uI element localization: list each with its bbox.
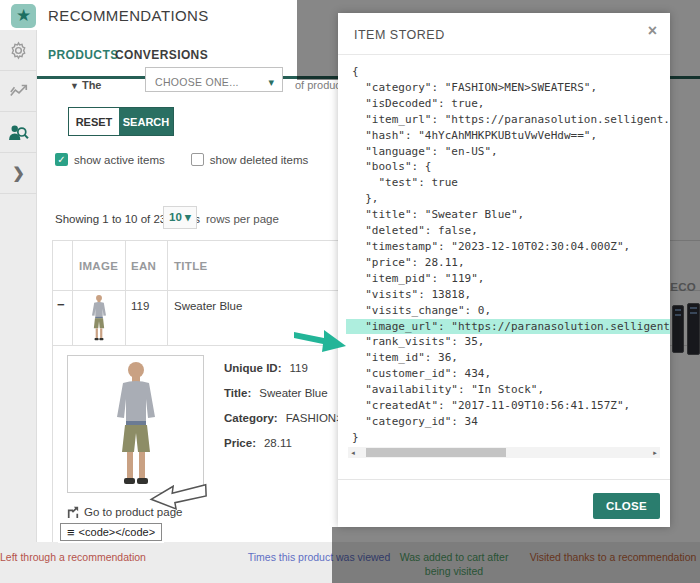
json-line: "customer_id": 434, [338,366,670,382]
json-viewer[interactable]: { "category": "FASHION>MEN>SWEATERS", "i… [338,56,670,446]
detail-title: Title:Sweater Blue [224,387,328,399]
person-search-icon [8,124,29,141]
sidebar: ❯ [0,30,37,583]
visibility-checkboxes: ✓ show active items show deleted items [55,153,308,166]
json-line: "rank_visits": 35, [338,334,670,350]
gear-icon [9,41,28,60]
filter-of-product-label: of product [295,79,344,91]
backdrop-overlay [332,527,700,583]
close-icon[interactable]: × [648,22,657,40]
json-line: "title": "Sweater Blue", [338,207,670,223]
json-line: "hash": "4hYcAhMHKPKUBtuVwVeHdw==", [338,128,670,144]
json-line: "isDecoded": true, [338,96,670,112]
sidebar-item-recommendations-active[interactable] [0,112,37,153]
filter-select-value: CHOOSE ONE... [155,76,239,88]
json-line: "deleted": false, [338,223,670,239]
json-line: "timestamp": "2023-12-10T02:30:04.000Z", [338,239,670,255]
trend-chart-icon [9,83,29,99]
select-caret-icon: ▾ [268,76,274,89]
col-header-image[interactable]: IMAGE [79,260,118,272]
filter-the-label: ▼The [70,79,101,91]
page-size-dropdown[interactable]: 10 ▾ [163,206,197,229]
funnel-icon: ▼ [70,81,79,91]
json-line: "image_url": "https://paranasolution.sel… [346,319,670,335]
product-image-large [67,355,204,493]
backdrop-overlay [297,0,338,80]
show-deleted-label: show deleted items [210,154,308,166]
detail-price: Price:28.11 [224,437,292,449]
json-line: "bools": { [338,159,670,175]
collapse-row-button[interactable]: − [57,297,65,312]
json-line: }, [338,191,670,207]
list-icon: ≡ [67,526,75,539]
col-header-ean[interactable]: EAN [131,260,156,272]
caret-down-icon: ▾ [185,211,191,223]
cell-title: Sweater Blue [174,300,242,312]
json-line: "item_url": "https://paranasolution.sell… [338,112,670,128]
show-active-checkbox[interactable]: ✓ [55,153,68,166]
white-arrow-annotation [148,477,210,519]
green-arrow-annotation [294,324,348,360]
show-active-label: show active items [74,154,165,166]
chevron-right-icon: ❯ [12,164,25,182]
footer-link[interactable]: Left through a recommendation [0,550,146,564]
product-photo-large [103,359,169,489]
horizontal-scrollbar[interactable]: ◂ ▸ [348,447,660,458]
close-button[interactable]: CLOSE [593,493,660,519]
json-line: "item_id": 36, [338,350,670,366]
json-line: "price": 28.11, [338,255,670,271]
table-col-line [125,240,126,345]
filter-select[interactable]: CHOOSE ONE... ▾ [145,67,283,92]
sidebar-item-analytics[interactable] [0,71,37,112]
star-icon: ★ [11,4,36,28]
json-line: "category": "FASHION>MEN>SWEATERS", [338,80,670,96]
reset-button[interactable]: RESET [69,108,119,135]
page-title: RECOMMENDATIONS [48,7,209,24]
external-link-icon [67,506,79,518]
tab-products[interactable]: PRODUCTS [48,48,119,62]
detail-unique-id: Unique ID:119 [224,362,308,374]
json-line: "item_pid": "119", [338,271,670,287]
embed-code-button[interactable]: ≡ <code></code> [60,523,162,541]
json-line: { [338,64,670,80]
scroll-right-icon[interactable]: ▸ [650,449,660,457]
filter-button-group: RESET SEARCH [68,107,174,136]
json-line: "availability": "In Stock", [338,382,670,398]
modal-header: ITEM STORED × [338,13,670,55]
col-header-title[interactable]: TITLE [174,260,207,272]
cell-ean: 119 [131,300,149,312]
json-line: } [338,430,670,446]
backdrop-overlay [670,13,700,527]
scrollbar-thumb[interactable] [366,448,506,457]
table-border-left [52,240,53,543]
search-button[interactable]: SEARCH [119,108,173,135]
rows-per-page-label: rows per page [206,213,279,225]
show-deleted-checkbox[interactable] [191,153,204,166]
product-photo-small [83,294,115,342]
backdrop-overlay [338,0,700,13]
scrollbar-track[interactable] [358,448,650,457]
modal-title: ITEM STORED [354,28,445,42]
json-line: "test": true [338,175,670,191]
table-col-line [72,240,73,345]
modal-footer: CLOSE [338,479,670,527]
json-line: "createdAt": "2017-11-09T10:56:41.157Z", [338,398,670,414]
sidebar-item-expand[interactable]: ❯ [0,153,37,194]
item-stored-modal: ITEM STORED × { "category": "FASHION>MEN… [338,13,670,527]
json-line: "visits_change": 0, [338,303,670,319]
table-col-line [167,240,168,345]
sidebar-item-settings[interactable] [0,30,37,71]
scroll-left-icon[interactable]: ◂ [348,449,358,457]
json-line: "category_id": 34 [338,414,670,430]
product-thumbnail[interactable] [83,294,115,342]
json-line: "visits": 13818, [338,287,670,303]
json-line: "language": "en-US", [338,144,670,160]
tab-conversions[interactable]: CONVERSIONS [115,48,208,62]
